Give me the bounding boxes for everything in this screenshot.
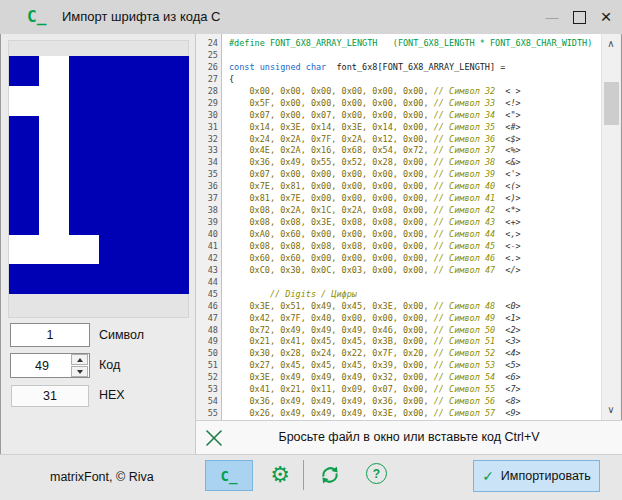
line-number: 45 [196,289,222,301]
glyph-cell [159,116,189,146]
glyph-cell [99,264,129,294]
glyph-cell [69,205,99,235]
spin-up-button[interactable] [71,354,88,365]
glyph-cell [159,56,189,86]
code-line: 52 0x3E, 0x49, 0x49, 0x49, 0x32, 0x00, /… [196,372,602,384]
line-number: 50 [196,348,222,360]
line-number: 34 [196,157,222,169]
code-text: 0x60, 0x60, 0x00, 0x00, 0x00, 0x00, // С… [222,253,521,265]
glyph-cell [159,175,189,205]
code-line: 41 0x08, 0x08, 0x08, 0x08, 0x00, 0x00, /… [196,241,602,253]
glyph-cell [9,264,39,294]
app-icon: C_ [27,7,46,26]
code-line: 47 0x42, 0x7F, 0x40, 0x00, 0x00, 0x00, /… [196,313,602,325]
code-text: 0xA0, 0x60, 0x00, 0x00, 0x00, 0x00, // С… [222,229,521,241]
code-text: 0x26, 0x49, 0x49, 0x49, 0x3E, 0x00, // С… [222,408,521,420]
glyph-cell [69,235,99,265]
glyph-cell [99,235,129,265]
code-text: 0xC0, 0x30, 0x0C, 0x03, 0x00, 0x00, // С… [222,265,521,277]
code-line: 33 0x4E, 0x2A, 0x16, 0x68, 0x54, 0x72, /… [196,145,602,157]
code-line: 46 0x3E, 0x51, 0x49, 0x45, 0x3E, 0x00, /… [196,301,602,313]
glyph-cell [129,56,159,86]
glyph-cell [39,205,69,235]
code-line: 30 0x07, 0x00, 0x07, 0x00, 0x00, 0x00, /… [196,110,602,122]
glyph-cell [129,264,159,294]
code-text: 0x3E, 0x49, 0x49, 0x49, 0x32, 0x00, // С… [222,372,521,384]
line-number: 49 [196,336,222,348]
code-line: 28 0x00, 0x00, 0x00, 0x00, 0x00, 0x00, /… [196,86,602,98]
spin-down-button[interactable] [71,366,88,377]
code-text: 0x41, 0x21, 0x11, 0x09, 0x07, 0x00, // С… [222,384,521,396]
footer-separator [303,460,304,490]
glyph-cell [159,235,189,265]
help-button[interactable]: ? [366,463,387,484]
drop-zone[interactable]: Бросьте файл в окно или вставьте код Ctr… [195,420,622,454]
code-editor[interactable]: 24#define FONT_6X8_ARRAY_LENGTH (FONT_6X… [195,34,602,420]
code-line: 49 0x21, 0x41, 0x45, 0x45, 0x3B, 0x00, /… [196,336,602,348]
glyph-cell [69,175,99,205]
line-number: 28 [196,86,222,98]
code-text: 0x72, 0x49, 0x49, 0x49, 0x46, 0x00, // С… [222,325,521,337]
gear-icon: ⚙ [270,462,290,487]
code-line: 40 0xA0, 0x60, 0x00, 0x00, 0x00, 0x00, /… [196,229,602,241]
glyph-cell [159,145,189,175]
line-number: 25 [196,50,222,62]
import-button-label: Импортировать [501,469,591,483]
glyph-cell [129,175,159,205]
glyph-cell [99,175,129,205]
line-number: 35 [196,169,222,181]
glyph-cell [159,205,189,235]
title-bar: C_ Импорт шрифта из кода C — × [0,0,622,34]
minimize-button[interactable]: — [538,4,566,30]
code-text: 0x7E, 0x81, 0x00, 0x00, 0x00, 0x00, // С… [222,181,521,193]
code-text: 0x36, 0x49, 0x49, 0x49, 0x36, 0x00, // С… [222,396,521,408]
code-text [222,277,229,289]
code-line: 50 0x30, 0x28, 0x24, 0x22, 0x7F, 0x20, /… [196,348,602,360]
minimize-icon: — [546,10,559,25]
line-number: 43 [196,265,222,277]
maximize-button[interactable] [565,4,593,30]
code-text: 0x24, 0x2A, 0x7F, 0x2A, 0x12, 0x00, // С… [222,134,521,146]
code-text: 0x08, 0x08, 0x3E, 0x08, 0x08, 0x00, // С… [222,217,521,229]
glyph-cell [99,86,129,116]
glyph-cell [39,56,69,86]
code-text: 0x21, 0x41, 0x45, 0x45, 0x3B, 0x00, // С… [222,336,521,348]
code-line: 29 0x5F, 0x00, 0x00, 0x00, 0x00, 0x00, /… [196,98,602,110]
window-title: Импорт шрифта из кода C [62,9,220,24]
import-button[interactable]: ✓ Импортировать [473,460,600,492]
scroll-up-icon[interactable]: ∧ [602,36,620,52]
scrollbar-thumb[interactable] [604,82,619,125]
line-number: 46 [196,301,222,313]
close-button[interactable]: × [592,4,620,30]
glyph-cell [39,86,69,116]
scroll-down-icon[interactable]: ∨ [602,402,620,418]
glyph-cell [9,205,39,235]
glyph-cell [69,145,99,175]
code-text: 0x81, 0x7E, 0x00, 0x00, 0x00, 0x00, // С… [222,193,521,205]
code-text: 0x00, 0x00, 0x00, 0x00, 0x00, 0x00, // С… [222,86,521,98]
spin-up-icon [77,358,83,362]
code-text: { [222,74,234,86]
refresh-button[interactable] [318,463,342,487]
code-line: 24#define FONT_6X8_ARRAY_LENGTH (FONT_6X… [196,38,602,50]
maximize-icon [573,11,586,24]
line-number: 39 [196,217,222,229]
code-line: 51 0x27, 0x45, 0x45, 0x45, 0x39, 0x00, /… [196,360,602,372]
code-line: 42 0x60, 0x60, 0x00, 0x00, 0x00, 0x00, /… [196,253,602,265]
line-number: 32 [196,134,222,146]
code-line: 55 0x26, 0x49, 0x49, 0x49, 0x3E, 0x00, /… [196,408,602,420]
symbol-input[interactable] [10,323,90,347]
glyph-cell [69,86,99,116]
help-icon: ? [373,467,380,481]
glyph-cell [39,264,69,294]
glyph-cell [39,235,69,265]
code-text: 0x30, 0x28, 0x24, 0x22, 0x7F, 0x20, // С… [222,348,521,360]
line-number: 52 [196,372,222,384]
code-line: 45 // Digits / Цифры [196,289,602,301]
glyph-cell [99,145,129,175]
c-code-button[interactable]: C_ [205,460,253,491]
line-number: 53 [196,384,222,396]
glyph-grid [9,56,189,294]
editor-scrollbar[interactable]: ∧ ∨ [601,34,620,420]
settings-button[interactable]: ⚙ [266,457,294,491]
